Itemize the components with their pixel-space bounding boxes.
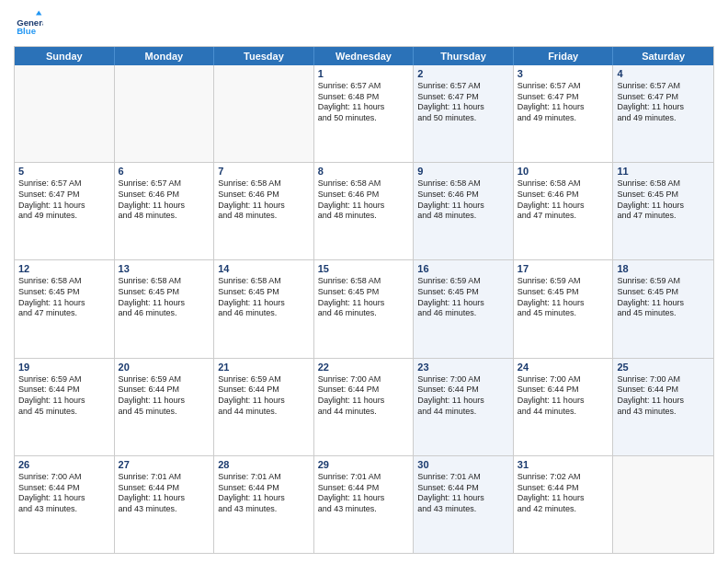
cell-info-line: Daylight: 11 hours	[417, 201, 509, 212]
day-number: 3	[518, 68, 609, 79]
day-number: 2	[417, 68, 509, 79]
cell-info-line: Daylight: 11 hours	[218, 396, 310, 407]
day-cell-17: 17Sunrise: 6:59 AMSunset: 6:45 PMDayligh…	[514, 260, 614, 357]
day-number: 11	[617, 166, 710, 177]
svg-text:Blue: Blue	[17, 26, 36, 36]
cell-info-line: Sunrise: 6:59 AM	[518, 276, 609, 287]
cell-info-line: and 43 minutes.	[218, 504, 310, 515]
empty-cell-0-0	[15, 65, 115, 162]
cell-info-line: Sunset: 6:44 PM	[518, 483, 609, 494]
cell-info-line: and 44 minutes.	[417, 407, 509, 418]
cell-info-line: and 43 minutes.	[318, 504, 410, 515]
cell-info-line: Sunrise: 7:01 AM	[417, 472, 509, 483]
calendar-row-0: 1Sunrise: 6:57 AMSunset: 6:48 PMDaylight…	[15, 65, 713, 162]
cell-info-line: Sunrise: 7:01 AM	[218, 472, 310, 483]
day-number: 23	[417, 362, 509, 373]
calendar-row-3: 19Sunrise: 6:59 AMSunset: 6:44 PMDayligh…	[15, 358, 713, 455]
cell-info-line: Daylight: 11 hours	[218, 493, 310, 504]
cell-info-line: Sunrise: 7:02 AM	[518, 472, 609, 483]
day-number: 25	[617, 362, 710, 373]
cell-info-line: Sunset: 6:46 PM	[518, 190, 609, 201]
day-cell-7: 7Sunrise: 6:58 AMSunset: 6:46 PMDaylight…	[214, 163, 314, 259]
day-number: 22	[318, 362, 410, 373]
day-number: 7	[218, 166, 310, 177]
cell-info-line: Sunrise: 7:00 AM	[417, 374, 509, 385]
cell-info-line: Sunset: 6:45 PM	[417, 287, 509, 298]
cell-info-line: and 47 minutes.	[617, 211, 710, 222]
day-number: 9	[417, 166, 509, 177]
day-header-wednesday: Wednesday	[314, 47, 415, 65]
cell-info-line: Sunset: 6:45 PM	[18, 287, 110, 298]
day-cell-30: 30Sunrise: 7:01 AMSunset: 6:44 PMDayligh…	[414, 456, 514, 553]
calendar-row-4: 26Sunrise: 7:00 AMSunset: 6:44 PMDayligh…	[15, 455, 713, 553]
day-cell-9: 9Sunrise: 6:58 AMSunset: 6:46 PMDaylight…	[414, 163, 514, 259]
day-cell-8: 8Sunrise: 6:58 AMSunset: 6:46 PMDaylight…	[314, 163, 415, 259]
cell-info-line: Sunrise: 6:57 AM	[18, 178, 110, 190]
day-number: 8	[318, 166, 410, 177]
day-number: 14	[218, 263, 310, 274]
calendar-row-1: 5Sunrise: 6:57 AMSunset: 6:47 PMDaylight…	[15, 162, 713, 259]
cell-info-line: Sunrise: 6:57 AM	[518, 81, 609, 92]
cell-info-line: Sunset: 6:44 PM	[417, 483, 509, 494]
day-cell-14: 14Sunrise: 6:58 AMSunset: 6:45 PMDayligh…	[214, 260, 314, 357]
cell-info-line: Sunset: 6:45 PM	[318, 287, 410, 298]
cell-info-line: Sunrise: 7:01 AM	[119, 472, 210, 483]
cell-info-line: Sunset: 6:44 PM	[318, 385, 410, 396]
day-cell-12: 12Sunrise: 6:58 AMSunset: 6:45 PMDayligh…	[15, 260, 115, 357]
cell-info-line: Sunrise: 6:57 AM	[417, 81, 509, 92]
cell-info-line: Sunset: 6:44 PM	[218, 483, 310, 494]
cell-info-line: and 48 minutes.	[318, 211, 410, 222]
cell-info-line: Daylight: 11 hours	[318, 102, 410, 113]
cell-info-line: Sunset: 6:44 PM	[18, 483, 110, 494]
day-cell-1: 1Sunrise: 6:57 AMSunset: 6:48 PMDaylight…	[314, 65, 415, 162]
cell-info-line: Daylight: 11 hours	[518, 493, 609, 504]
day-cell-2: 2Sunrise: 6:57 AMSunset: 6:47 PMDaylight…	[414, 65, 514, 162]
cell-info-line: Sunrise: 6:58 AM	[18, 276, 110, 287]
cell-info-line: and 43 minutes.	[417, 504, 509, 515]
cell-info-line: Sunset: 6:47 PM	[518, 92, 609, 103]
day-cell-13: 13Sunrise: 6:58 AMSunset: 6:45 PMDayligh…	[115, 260, 215, 357]
cell-info-line: and 44 minutes.	[518, 407, 609, 418]
cell-info-line: Sunset: 6:44 PM	[417, 385, 509, 396]
calendar-body: 1Sunrise: 6:57 AMSunset: 6:48 PMDaylight…	[15, 65, 713, 553]
day-cell-11: 11Sunrise: 6:58 AMSunset: 6:45 PMDayligh…	[613, 163, 713, 259]
day-header-tuesday: Tuesday	[214, 47, 314, 65]
day-header-friday: Friday	[514, 47, 614, 65]
day-cell-4: 4Sunrise: 6:57 AMSunset: 6:47 PMDaylight…	[613, 65, 713, 162]
cell-info-line: and 47 minutes.	[18, 308, 110, 319]
cell-info-line: Sunset: 6:44 PM	[318, 483, 410, 494]
day-number: 4	[617, 68, 710, 79]
cell-info-line: Daylight: 11 hours	[18, 298, 110, 309]
day-cell-16: 16Sunrise: 6:59 AMSunset: 6:45 PMDayligh…	[414, 260, 514, 357]
header: General Blue	[14, 9, 714, 39]
day-cell-22: 22Sunrise: 7:00 AMSunset: 6:44 PMDayligh…	[314, 359, 415, 455]
empty-cell-0-2	[214, 65, 314, 162]
cell-info-line: and 45 minutes.	[617, 308, 710, 319]
cell-info-line: Sunset: 6:44 PM	[617, 385, 710, 396]
day-number: 28	[218, 459, 310, 470]
day-cell-10: 10Sunrise: 6:58 AMSunset: 6:46 PMDayligh…	[514, 163, 614, 259]
cell-info-line: Sunrise: 6:57 AM	[318, 81, 410, 92]
day-number: 15	[318, 263, 410, 274]
calendar-header: SundayMondayTuesdayWednesdayThursdayFrid…	[15, 47, 713, 65]
cell-info-line: and 49 minutes.	[18, 211, 110, 222]
cell-info-line: Sunrise: 6:57 AM	[617, 81, 710, 92]
cell-info-line: Sunrise: 6:58 AM	[119, 276, 210, 287]
cell-info-line: and 46 minutes.	[417, 308, 509, 319]
day-number: 16	[417, 263, 509, 274]
cell-info-line: Daylight: 11 hours	[18, 493, 110, 504]
day-cell-28: 28Sunrise: 7:01 AMSunset: 6:44 PMDayligh…	[214, 456, 314, 553]
cell-info-line: Daylight: 11 hours	[518, 102, 609, 113]
cell-info-line: Daylight: 11 hours	[617, 201, 710, 212]
day-number: 18	[617, 263, 710, 274]
cell-info-line: Daylight: 11 hours	[417, 493, 509, 504]
cell-info-line: Daylight: 11 hours	[119, 493, 210, 504]
cell-info-line: Daylight: 11 hours	[518, 201, 609, 212]
cell-info-line: Daylight: 11 hours	[119, 201, 210, 212]
cell-info-line: Daylight: 11 hours	[417, 298, 509, 309]
cell-info-line: Daylight: 11 hours	[518, 396, 609, 407]
cell-info-line: Daylight: 11 hours	[417, 396, 509, 407]
cell-info-line: Sunrise: 6:59 AM	[617, 276, 710, 287]
day-cell-5: 5Sunrise: 6:57 AMSunset: 6:47 PMDaylight…	[15, 163, 115, 259]
day-number: 6	[119, 166, 210, 177]
